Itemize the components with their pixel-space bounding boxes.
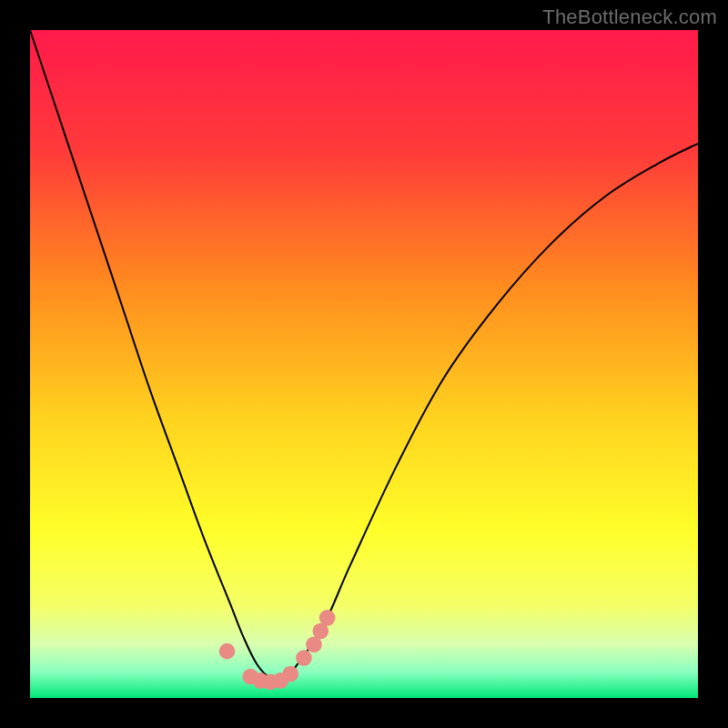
chart-plot-area xyxy=(30,30,698,698)
watermark-text: TheBottleneck.com xyxy=(542,5,717,29)
chart-svg xyxy=(30,30,698,698)
highlight-dot xyxy=(219,643,236,660)
bottleneck-curve xyxy=(30,30,698,680)
highlight-dot xyxy=(296,650,312,666)
highlight-dot xyxy=(319,610,336,626)
highlight-dot xyxy=(282,666,298,682)
chart-frame: TheBottleneck.com xyxy=(0,0,728,728)
